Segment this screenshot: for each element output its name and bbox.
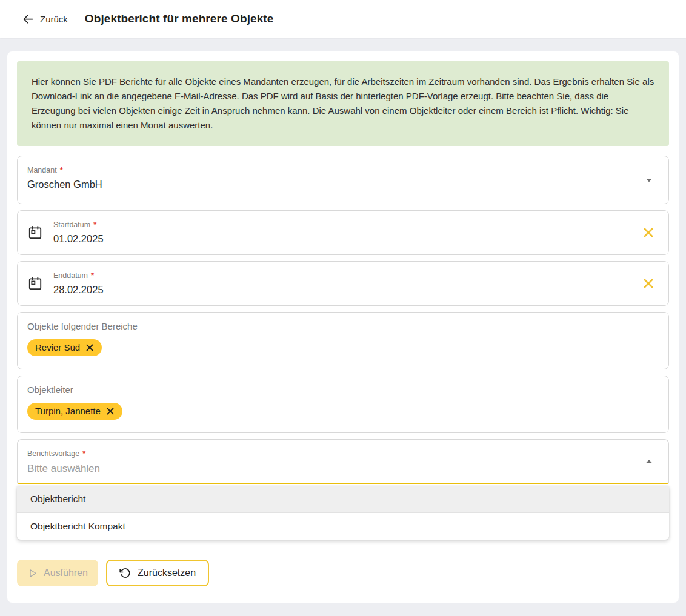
mandant-value: Groschen GmbH [27, 179, 659, 190]
berichtsvorlage-dropdown: Objektbericht Objektbericht Kompakt [17, 486, 669, 540]
required-asterisk: * [82, 449, 85, 458]
chevron-down-icon[interactable] [645, 174, 653, 185]
info-banner: Hier können Sie PDF Berichte für alle Ob… [17, 61, 669, 146]
enddatum-value: 28.02.2025 [53, 284, 104, 296]
rotate-ccw-icon [119, 568, 131, 579]
required-asterisk: * [91, 271, 94, 280]
enddatum-label: Enddatum * [53, 271, 104, 280]
mandant-label-text: Mandant [27, 166, 57, 175]
required-asterisk: * [60, 165, 63, 174]
arrow-left-icon [22, 13, 35, 25]
objektleiter-field[interactable]: Objektleiter Turpin, Jannette [17, 376, 669, 433]
chip-remove-icon[interactable] [106, 407, 115, 416]
top-bar: Zurück Objektbericht für mehrere Objekte [0, 0, 686, 38]
zuruecksetzen-button[interactable]: Zurücksetzen [106, 560, 209, 586]
play-icon [27, 568, 38, 578]
report-form-card: Hier können Sie PDF Berichte für alle Ob… [7, 51, 679, 603]
calendar-icon[interactable] [27, 225, 43, 240]
berichtsvorlage-label-text: Berichtsvorlage [27, 449, 79, 459]
page-title: Objektbericht für mehrere Objekte [85, 12, 274, 25]
mandant-select[interactable]: Mandant * Groschen GmbH [17, 156, 669, 204]
enddatum-label-text: Enddatum [53, 271, 88, 280]
option-objektbericht-kompakt[interactable]: Objektbericht Kompakt [17, 513, 669, 540]
back-label: Zurück [40, 14, 68, 24]
chip-remove-icon[interactable] [85, 343, 94, 352]
chip-revier-sued[interactable]: Revier Süd [27, 339, 102, 356]
startdatum-label-text: Startdatum [53, 220, 90, 230]
clear-startdatum-icon[interactable] [642, 226, 655, 239]
startdatum-label: Startdatum * [53, 220, 104, 230]
chip-label: Revier Süd [35, 342, 80, 353]
ausfuehren-button[interactable]: Ausführen [17, 560, 98, 586]
objektleiter-label: Objektleiter [27, 385, 659, 395]
bereiche-field[interactable]: Objekte folgender Bereiche Revier Süd [17, 312, 669, 369]
chip-turpin-jannette[interactable]: Turpin, Jannette [27, 403, 122, 420]
bereiche-chip-row: Revier Süd [27, 339, 659, 356]
bereiche-label: Objekte folgender Bereiche [27, 321, 659, 331]
option-objektbericht[interactable]: Objektbericht [17, 486, 669, 512]
action-bar: Ausführen Zurücksetzen [17, 560, 669, 586]
berichtsvorlage-placeholder: Bitte auswählen [27, 463, 659, 475]
startdatum-value: 01.02.2025 [53, 233, 104, 245]
back-button[interactable]: Zurück [22, 13, 68, 25]
objektleiter-chip-row: Turpin, Jannette [27, 403, 659, 420]
enddatum-field[interactable]: Enddatum * 28.02.2025 [17, 261, 669, 306]
berichtsvorlage-select[interactable]: Berichtsvorlage * Bitte auswählen [17, 439, 669, 484]
startdatum-field[interactable]: Startdatum * 01.02.2025 [17, 210, 669, 255]
required-asterisk: * [93, 220, 96, 229]
clear-enddatum-icon[interactable] [642, 277, 655, 290]
chevron-up-icon[interactable] [645, 456, 653, 467]
mandant-label: Mandant * [27, 166, 63, 175]
chip-label: Turpin, Jannette [35, 406, 101, 416]
ausfuehren-label: Ausführen [44, 568, 88, 578]
calendar-icon[interactable] [27, 276, 43, 291]
zuruecksetzen-label: Zurücksetzen [138, 568, 196, 578]
berichtsvorlage-label: Berichtsvorlage * [27, 449, 85, 459]
